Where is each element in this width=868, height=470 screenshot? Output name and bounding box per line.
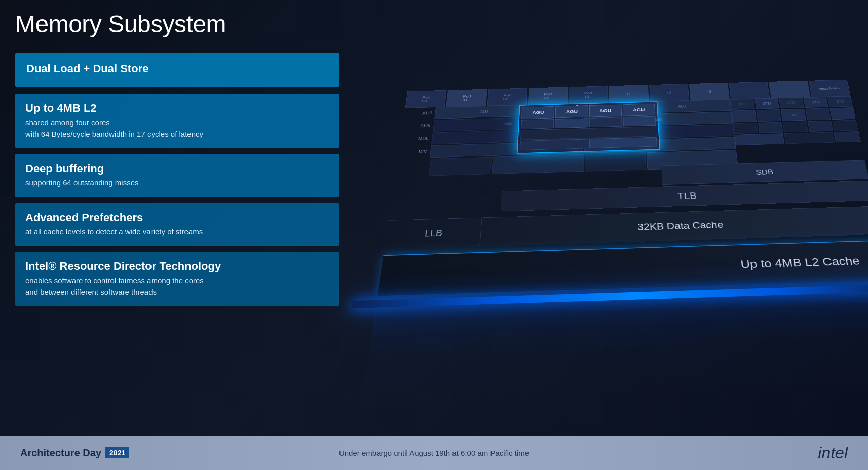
feature-desc-2: shared among four cores with 64 Bytes/cy… [25, 117, 329, 140]
r3-4 [808, 121, 834, 132]
port-03: Port03 [528, 87, 568, 105]
shift-label: Shift [401, 120, 434, 133]
std-cell-2: STD [779, 98, 804, 109]
div-label: DIV [398, 145, 431, 159]
std-cell-1: STD [754, 98, 779, 109]
blue-glow-fade [360, 294, 868, 411]
r3-2 [758, 122, 783, 133]
footer: Architecture Day 2021 Under embargo unti… [0, 436, 868, 470]
port-11: 11 [609, 85, 649, 103]
footer-event-name: Architecture Day [20, 447, 101, 459]
std-cell-3: STD [803, 97, 828, 108]
port-13: 13 [689, 83, 730, 100]
footer-year: 2021 [105, 447, 129, 458]
r3-3 [783, 121, 808, 132]
agu-cell-4: AGU [623, 104, 656, 116]
l2-cache-label: Up to 4MB L2 Cache [740, 255, 860, 271]
port-10: Port10 [569, 86, 608, 104]
port-02: Port02 [487, 88, 527, 106]
sdb-label: SDB [755, 168, 774, 177]
r3-1 [733, 123, 758, 134]
feature-card-buffering: Deep buffering supporting 64 outstanding… [15, 154, 339, 197]
feature-desc-4: at all cache levels to detect a wide var… [25, 226, 329, 238]
feature-card-prefetchers: Advanced Prefetchers at all cache levels… [15, 203, 339, 246]
r4-2 [784, 132, 835, 144]
feature-title-1: Dual Load + Dual Store [26, 62, 328, 75]
agu-cell-2: AGU [555, 105, 588, 118]
chip-diagram: Port00 Port01 Port02 Port03 Port10 11 12… [311, 0, 868, 436]
large-cell-2 [492, 154, 583, 174]
port-01: Port01 [446, 89, 487, 107]
chip-perspective: Port00 Port01 Port02 Port03 Port10 11 12… [360, 80, 868, 415]
feature-desc-5: enables software to control fairness amo… [25, 275, 329, 298]
agu-sub-3 [589, 118, 622, 128]
llb-area: LLB [384, 218, 482, 249]
data-cache-label: 32KB Data Cache [637, 219, 724, 232]
footer-embargo-text: Under embargo until August 19th at 6:00 … [339, 449, 529, 457]
std-cell-4: STD [827, 96, 853, 107]
llb-label: LLB [424, 228, 443, 239]
r2-cell-1 [731, 110, 756, 122]
feature-title-2: Up to 4MB L2 [25, 102, 329, 115]
agu-sub-2 [555, 118, 588, 128]
port-00: Port00 [405, 90, 447, 108]
mul-label: MUL [400, 133, 433, 145]
feature-card-rdt: Intel® Resource Director Technology enab… [15, 252, 339, 306]
alu-label: ALU [403, 107, 436, 120]
feature-desc-3: supporting 64 outstanding misses [25, 177, 329, 189]
agu-sub-5 [520, 139, 588, 150]
r2-cell-5 [830, 107, 856, 120]
aes-cell: AES [781, 109, 806, 121]
slide: Port00 Port01 Port02 Port03 Port10 11 12… [0, 0, 868, 470]
agu-sub-6 [589, 137, 657, 148]
left-panel: Memory Subsystem Dual Load + Dual Store … [15, 10, 339, 312]
port-v2 [769, 81, 810, 98]
r4-1 [734, 133, 784, 145]
r2-cell-4 [805, 108, 831, 120]
r4-3 [834, 131, 861, 142]
agu-cell-1: AGU [521, 106, 554, 119]
jmp-cell: JMP [730, 99, 755, 110]
port-v3: Vector/Matrix [808, 80, 850, 97]
data-cache-area: 32KB Data Cache [481, 215, 868, 237]
tlb-label: TLB [677, 190, 697, 201]
right-row-4 [734, 131, 861, 145]
feature-title-5: Intel® Resource Director Technology [25, 260, 329, 273]
right-exec-area: JMP STD STD STD STD AES [730, 96, 861, 145]
feature-card-dual-load: Dual Load + Dual Store [15, 53, 339, 87]
large-cell-3 [585, 152, 646, 171]
agu-highlight-box: AGU AGU AGU AGU [517, 101, 660, 153]
port-12: 12 [649, 84, 689, 101]
main-title: Memory Subsystem [15, 10, 339, 38]
agu-cell-3: AGU [589, 105, 622, 118]
footer-left: Architecture Day 2021 [20, 447, 139, 459]
agu-sub-1 [521, 119, 554, 129]
feature-title-3: Deep buffering [25, 162, 329, 175]
agu-sub-4 [623, 116, 656, 127]
r3-5 [833, 120, 858, 131]
r2-cell-2 [756, 109, 781, 122]
tlb-bar: TLB [500, 181, 868, 212]
feature-card-l2: Up to 4MB L2 shared among four cores wit… [15, 94, 339, 148]
large-cell-1 [429, 157, 492, 176]
feature-title-4: Advanced Prefetchers [25, 211, 329, 224]
port-v1 [729, 82, 770, 99]
footer-intel-brand: intel [818, 444, 848, 462]
